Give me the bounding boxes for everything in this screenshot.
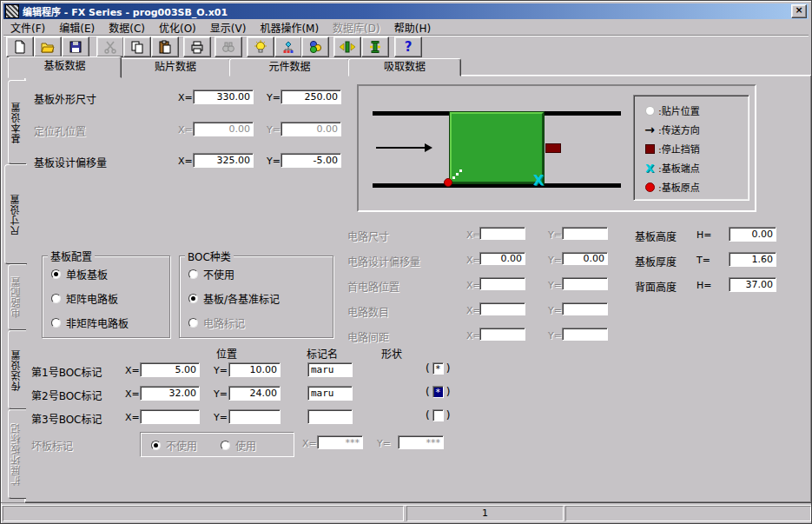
print-button[interactable] — [183, 36, 211, 57]
first-circuit-x-input — [479, 277, 525, 290]
board-outline-size-label: 基板外形尺寸 — [34, 91, 96, 106]
boc3-y-input[interactable] — [228, 409, 281, 424]
circuit-pitch-label: 电路间距 — [347, 329, 389, 344]
board-size-y-button[interactable] — [361, 36, 389, 57]
circuit-offset-y-input — [562, 252, 608, 265]
cut-scissors-icon — [103, 40, 117, 54]
paste-button[interactable] — [151, 36, 179, 57]
radio-icon — [51, 269, 61, 279]
boc3-name-input[interactable] — [307, 409, 353, 424]
boc2-flag[interactable]: ( * ) — [426, 386, 450, 398]
save-floppy-icon — [69, 40, 83, 54]
circuit-size-y-input — [562, 227, 608, 240]
radio-non-matrix-board[interactable]: 非矩阵电路板 — [51, 315, 129, 330]
save-button[interactable] — [62, 36, 89, 57]
copy-button[interactable] — [123, 36, 151, 57]
find-button — [215, 36, 242, 57]
board-height-label: 基板高度 — [635, 229, 677, 243]
x-eq-label: X= — [178, 92, 193, 103]
boc-type-title: BOC种类 — [185, 249, 234, 263]
legend-item: X:基板端点 — [641, 158, 749, 177]
new-document-icon — [13, 40, 27, 54]
boc3-label: 第3号BOC标记 — [31, 411, 102, 426]
side-tab-size-settings[interactable]: 尺寸设置 — [4, 164, 27, 264]
menu-help[interactable]: 帮助(H) — [387, 19, 438, 36]
close-button[interactable]: × — [791, 4, 807, 18]
radio-icon — [221, 441, 230, 450]
radio-single-board[interactable]: 单板基板 — [51, 267, 108, 282]
boc2-flag-box[interactable]: * — [432, 386, 444, 398]
help-button[interactable]: ? — [394, 36, 422, 57]
tab-placement-data[interactable]: 贴片数据 — [120, 58, 231, 76]
boc3-flag[interactable]: ( ) — [426, 409, 450, 421]
board-offset-y-input[interactable] — [281, 153, 341, 168]
menu-view[interactable]: 显示(V) — [203, 19, 254, 36]
components-button[interactable] — [301, 36, 329, 57]
menu-edit[interactable]: 编辑(E) — [52, 19, 102, 36]
boc2-x-input[interactable] — [140, 386, 200, 401]
open-button[interactable] — [34, 36, 62, 57]
board-offset-x-input[interactable] — [193, 153, 254, 168]
window-title: 编辑程序 - FX Series - prog003SB_O.x01 — [23, 4, 228, 18]
radio-icon — [151, 441, 161, 450]
radio-boc-none[interactable]: 不使用 — [188, 267, 234, 282]
side-tab-transfer-settings[interactable]: 传送设置 — [8, 330, 26, 409]
shape-header: 形状 — [381, 346, 402, 361]
bad-board-mark-label: 坏板标记 — [31, 438, 73, 453]
menu-machine[interactable]: 机器操作(M) — [253, 19, 326, 36]
board-height-input[interactable] — [729, 227, 776, 242]
new-button[interactable] — [6, 36, 34, 57]
radio-matrix-board[interactable]: 矩阵电路板 — [51, 291, 118, 306]
x-eq-label: X= — [178, 156, 193, 167]
boc1-y-input[interactable] — [228, 362, 281, 377]
boc3-flag-box[interactable] — [432, 409, 444, 421]
board-thickness-input[interactable] — [729, 252, 776, 267]
board-outline-y-input[interactable] — [281, 90, 341, 104]
menu-optimize[interactable]: 优化(O) — [152, 19, 203, 36]
radio-bad-board-unused: 不使用 — [151, 438, 197, 453]
boc1-flag[interactable]: ( * ) — [426, 362, 450, 375]
optimize-button[interactable] — [247, 36, 274, 57]
open-folder-icon — [41, 40, 55, 54]
board-outline-x-input[interactable] — [193, 90, 254, 104]
tab-board-data[interactable]: 基板数据 — [8, 56, 122, 78]
radio-boc-board-marks[interactable]: 基板/各基准标记 — [188, 291, 280, 306]
menu-data[interactable]: 数据(C) — [102, 19, 152, 36]
boc1-name-input[interactable] — [307, 362, 353, 377]
board-end-marker: X — [533, 172, 544, 189]
board-design-offset-label: 基板设计偏移量 — [34, 155, 107, 169]
status-bar: 1 — [1, 506, 812, 523]
first-circuit-label: 首电路位置 — [347, 279, 399, 294]
transfer-direction-arrow — [376, 147, 425, 149]
side-tab-circuit-config: 电路配置 — [8, 264, 26, 330]
menu-file[interactable]: 文件(F) — [3, 19, 52, 36]
hierarchy-button[interactable] — [274, 36, 302, 57]
side-tab-basic-settings[interactable]: 基本设置 — [8, 80, 26, 164]
tab-pickup-data[interactable]: 吸取数据 — [348, 58, 461, 76]
toolbar: ? — [3, 36, 809, 56]
back-height-input[interactable] — [729, 277, 776, 292]
size-x-icon — [340, 40, 355, 54]
back-height-label: 背面高度 — [635, 279, 677, 294]
boc2-y-input[interactable] — [228, 386, 281, 401]
circuit-offset-x-input — [479, 252, 525, 265]
y-eq-label: Y= — [267, 124, 281, 136]
boc1-x-input[interactable] — [140, 362, 200, 377]
boc3-x-input[interactable] — [140, 409, 200, 424]
hierarchy-tree-icon — [281, 40, 295, 54]
components-icon — [308, 40, 322, 54]
boc1-flag-box[interactable]: * — [432, 362, 444, 375]
locating-hole-x-input — [193, 122, 254, 136]
circuit-count-x-input — [479, 302, 525, 315]
size-y-icon — [368, 40, 382, 54]
status-left — [3, 506, 404, 521]
binoculars-icon — [221, 40, 235, 54]
copy-icon — [130, 40, 144, 54]
conveyor-rail-bottom — [373, 183, 621, 188]
menu-bar: 文件(F) 编辑(E) 数据(C) 优化(O) 显示(V) 机器操作(M) 数据… — [3, 19, 809, 36]
diagram-legend: :贴片位置 →:传送方向 :停止挡销 X:基板端点 :基板原点 — [633, 95, 749, 201]
board-size-x-button[interactable] — [333, 36, 361, 57]
tab-component-data[interactable]: 元件数据 — [229, 58, 350, 76]
boc2-name-input[interactable] — [307, 386, 353, 401]
radio-icon — [51, 294, 61, 303]
